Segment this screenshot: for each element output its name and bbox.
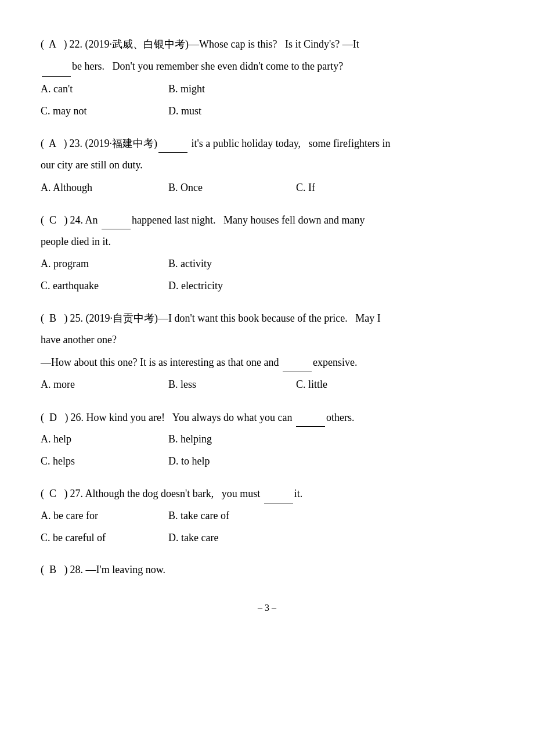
q28-bracket: ( B ): [41, 564, 68, 575]
q23-line1: ( A )23. (2019·福建中考) it's a public holid…: [41, 134, 493, 153]
q27-option-a-label: A.: [41, 510, 53, 521]
q23-number: 23. (2019·福建中考) it's a public holiday to…: [70, 138, 391, 149]
q25-line1: ( B )25. (2019·自贡中考)—I don't want this b…: [41, 309, 493, 327]
question-23: ( A )23. (2019·福建中考) it's a public holid…: [41, 134, 493, 197]
q24-line1: ( C )24. An happened last night. Many ho…: [41, 210, 493, 229]
q26-option-c-label: C.: [41, 455, 53, 467]
q23-options: A. Although B. Once C. If: [41, 178, 493, 197]
q26-option-a-text: help: [53, 433, 71, 445]
q23-option-c-label: C.: [296, 182, 308, 193]
q26-line1: ( D )26. How kind you are! You always do…: [41, 408, 493, 427]
q23-option-b-label: B.: [168, 182, 181, 193]
q26-number: 26. How kind you are! You always do what…: [71, 412, 355, 423]
q26-option-b: B. helping: [168, 429, 273, 449]
q28-number: 28. —I'm leaving now.: [70, 564, 166, 575]
q26-option-d: D. to help: [168, 451, 273, 471]
q27-blank: [264, 484, 293, 503]
q27-bracket: ( C ): [41, 488, 68, 499]
q27-option-d-text: take care: [181, 532, 218, 543]
q26-option-a: A. help: [41, 429, 145, 449]
q25-line2: have another one?: [41, 330, 493, 350]
q27-option-b-text: take care of: [181, 510, 229, 521]
q24-number: 24. An happened last night. Many houses …: [70, 214, 365, 226]
q22-bracket: ( A ): [41, 38, 67, 50]
q26-option-c: C. helps: [41, 451, 145, 471]
q25-option-b: B. less: [168, 375, 273, 394]
q22-option-a-text: can't: [53, 83, 73, 95]
q25-option-b-label: B.: [168, 379, 181, 390]
q24-blank: [102, 210, 131, 229]
q25-option-a-text: more: [53, 379, 75, 390]
q25-options: A. more B. less C. little: [41, 375, 493, 394]
page-number: – 3 –: [41, 603, 493, 613]
q23-option-c: C. If: [296, 178, 400, 197]
q27-option-c-label: C.: [41, 532, 53, 543]
q22-blank: [42, 56, 71, 76]
q25-option-a: A. more: [41, 375, 145, 394]
question-25: ( B )25. (2019·自贡中考)—I don't want this b…: [41, 309, 493, 395]
q24-option-a-text: program: [53, 258, 89, 269]
q24-option-d: D. electricity: [168, 276, 273, 296]
q27-option-c: C. be careful of: [41, 528, 145, 548]
q23-line2: our city are still on duty.: [41, 155, 493, 175]
q22-line2: be hers. Don't you remember she even did…: [41, 56, 493, 76]
q25-option-c: C. little: [296, 375, 400, 394]
q23-option-a-text: Although: [53, 182, 92, 193]
question-27: ( C )27. Although the dog doesn't bark, …: [41, 484, 493, 548]
q27-option-d: D. take care: [168, 528, 273, 548]
question-26: ( D )26. How kind you are! You always do…: [41, 408, 493, 471]
q23-option-a: A. Although: [41, 178, 145, 197]
q24-options: A. program B. activity: [41, 254, 493, 273]
q27-option-a-text: be care for: [53, 510, 98, 521]
q26-options-row2: C. helps D. to help: [41, 451, 493, 471]
q26-option-c-text: helps: [53, 455, 75, 467]
question-24: ( C )24. An happened last night. Many ho…: [41, 210, 493, 296]
q24-option-d-text: electricity: [181, 280, 223, 291]
q27-line1: ( C )27. Although the dog doesn't bark, …: [41, 484, 493, 503]
q22-number: 22. (2019·武威、白银中考)—Whose cap is this? Is…: [70, 38, 359, 50]
q24-option-b-text: activity: [181, 258, 212, 269]
q24-option-c: C. earthquake: [41, 276, 145, 296]
q22-option-b: B. might: [168, 79, 273, 99]
q27-option-b: B. take care of: [168, 506, 273, 525]
q26-blank: [296, 408, 325, 427]
q25-option-b-text: less: [181, 379, 196, 390]
q26-option-a-label: A.: [41, 433, 53, 445]
q24-option-d-label: D.: [168, 280, 181, 291]
q22-option-a-label: A.: [41, 83, 53, 95]
q25-bracket: ( B ): [41, 312, 68, 324]
q27-option-a: A. be care for: [41, 506, 145, 525]
q23-option-b: B. Once: [168, 178, 273, 197]
q22-option-d-label: D.: [168, 105, 181, 117]
q22-option-d: D. must: [168, 101, 273, 121]
q26-option-d-text: to help: [181, 455, 210, 467]
q22-option-b-text: might: [181, 83, 205, 95]
q27-option-d-label: D.: [168, 532, 181, 543]
q22-option-c-label: C.: [41, 105, 53, 117]
q22-option-d-text: must: [181, 105, 201, 117]
q24-option-b-label: B.: [168, 258, 181, 269]
q27-option-b-label: B.: [168, 510, 181, 521]
q24-bracket: ( C ): [41, 214, 68, 226]
q27-options: A. be care for B. take care of: [41, 506, 493, 525]
q22-options: A. can't B. might: [41, 79, 493, 99]
q26-options: A. help B. helping: [41, 429, 493, 449]
q25-line3: —How about this one? It is as interestin…: [41, 352, 493, 372]
q22-options-row2: C. may not D. must: [41, 101, 493, 121]
q23-bracket: ( A ): [41, 138, 67, 149]
q25-option-a-label: A.: [41, 379, 53, 390]
q25-option-c-label: C.: [296, 379, 308, 390]
q27-number: 27. Although the dog doesn't bark, you m…: [70, 488, 303, 499]
q24-option-a: A. program: [41, 254, 145, 273]
q24-option-c-text: earthquake: [53, 280, 99, 291]
q23-option-a-label: A.: [41, 182, 53, 193]
question-22: ( A )22. (2019·武威、白银中考)—Whose cap is thi…: [41, 35, 493, 121]
q23-blank: [158, 134, 187, 153]
q27-options-row2: C. be careful of D. take care: [41, 528, 493, 548]
q26-option-d-label: D.: [168, 455, 181, 467]
question-28: ( B )28. —I'm leaving now.: [41, 560, 493, 579]
q24-options-row2: C. earthquake D. electricity: [41, 276, 493, 296]
q26-bracket: ( D ): [41, 412, 68, 423]
q26-option-b-text: helping: [181, 433, 212, 445]
q23-option-c-text: If: [308, 182, 315, 193]
